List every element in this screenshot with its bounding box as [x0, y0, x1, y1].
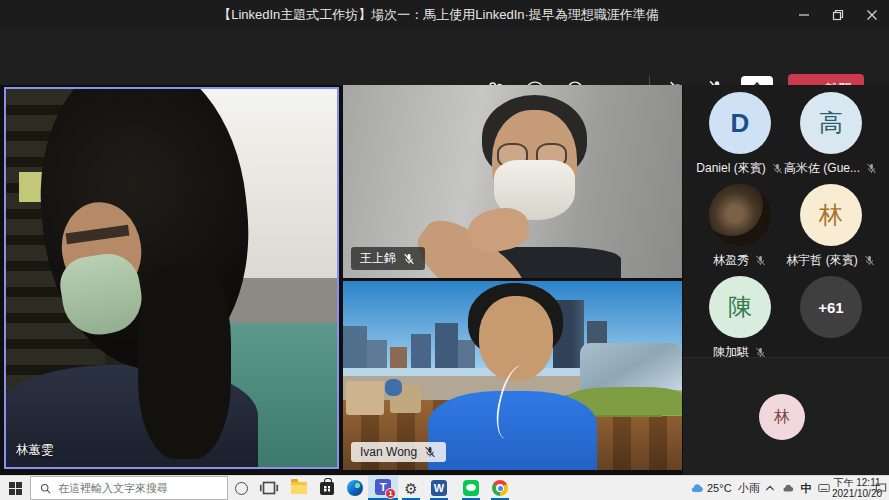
notification-bubble-icon — [874, 481, 888, 495]
participant-name-label: Ivan Wong — [360, 445, 417, 459]
action-center-button[interactable] — [872, 476, 889, 500]
close-button[interactable] — [855, 0, 889, 30]
avatar-initial: 林 — [819, 199, 843, 231]
ime-text: 中 — [801, 481, 812, 496]
minimize-icon — [798, 9, 810, 21]
roster-participant[interactable]: D Daniel (來賓) — [694, 92, 786, 177]
mic-off-icon — [754, 254, 767, 267]
mic-off-icon — [865, 162, 878, 175]
roster-participant[interactable]: 林 林宇哲 (來賓) — [785, 184, 877, 269]
chevron-up-icon — [763, 481, 777, 495]
roster-participant[interactable]: 林盈秀 — [694, 184, 786, 269]
participant-name: Daniel (來賓) — [696, 160, 765, 177]
window-controls — [787, 0, 889, 30]
avatar: 陳 — [709, 276, 771, 338]
restore-button[interactable] — [821, 0, 855, 30]
weather-temp-text: 25°C — [707, 482, 732, 494]
avatar: D — [709, 92, 771, 154]
roster-overflow[interactable]: +61 — [785, 276, 877, 338]
cortana-button[interactable] — [228, 476, 254, 500]
weather-condition[interactable]: 小雨 — [738, 476, 760, 500]
weather-widget[interactable] — [688, 476, 706, 500]
teams-button-active[interactable]: T 1 — [368, 476, 398, 500]
scene-building — [411, 334, 431, 372]
chrome-button[interactable] — [486, 476, 514, 500]
avatar: 高 — [800, 92, 862, 154]
scene-building — [367, 340, 387, 372]
scene-building — [458, 340, 475, 372]
participant-name-pill: 王上錦 — [351, 247, 425, 270]
scene-building — [343, 326, 367, 371]
participant-roster: D Daniel (來賓) 高 高米佐 (Gue... — [683, 85, 889, 475]
settings-button[interactable]: ⚙ — [398, 476, 424, 500]
taskbar-search[interactable] — [30, 476, 228, 500]
self-view-tile[interactable]: 林 — [683, 357, 889, 475]
minimize-button[interactable] — [787, 0, 821, 30]
scene-chair — [346, 381, 383, 415]
participant-name: 高米佐 (Gue... — [784, 160, 860, 177]
weather-rain-icon — [689, 480, 705, 496]
cloud-icon — [781, 481, 795, 495]
avatar-initial: 高 — [819, 107, 843, 139]
gear-icon: ⚙ — [404, 481, 417, 496]
participant-name: 林盈秀 — [713, 252, 749, 269]
video-tile-top[interactable]: 王上錦 — [343, 85, 682, 278]
teams-meeting-window: 【LinkedIn主題式工作坊】場次一：馬上使用LinkedIn·提早為理想職涯… — [0, 0, 889, 500]
restore-icon — [832, 9, 844, 21]
windows-logo-icon — [9, 482, 22, 495]
avatar-initial: 陳 — [728, 291, 752, 323]
windows-taskbar: T 1 ⚙ W 25°C 小雨 — [0, 475, 889, 500]
avatar-initial: D — [731, 108, 750, 139]
task-view-button[interactable] — [256, 476, 282, 500]
participant-name-label: 王上錦 — [360, 250, 396, 267]
participant-name-label: 林蕙雯 — [16, 442, 54, 459]
cortana-icon — [235, 482, 248, 495]
participant-name: 林宇哲 (來賓) — [786, 252, 857, 269]
folder-icon — [291, 482, 307, 494]
titlebar: 【LinkedIn主題式工作坊】場次一：馬上使用LinkedIn·提早為理想職涯… — [0, 0, 889, 30]
video-tile-active-speaker[interactable]: 林蕙雯 — [4, 87, 339, 469]
line-icon — [463, 480, 479, 496]
word-icon: W — [431, 480, 447, 496]
overflow-count-avatar: +61 — [800, 276, 862, 338]
scene-building — [435, 323, 459, 372]
person-hair-shape — [138, 263, 231, 460]
line-button[interactable] — [456, 476, 486, 500]
mic-off-icon — [863, 254, 876, 267]
overflow-count: +61 — [818, 299, 843, 316]
mic-off-icon — [771, 162, 784, 175]
touch-keyboard-button[interactable] — [816, 476, 832, 500]
self-avatar-initial: 林 — [774, 407, 790, 428]
chrome-icon — [492, 480, 508, 496]
search-input[interactable] — [58, 482, 219, 494]
mic-off-icon — [402, 252, 416, 266]
close-icon — [866, 9, 878, 21]
meeting-toolbar: --:-- 離開 — [0, 30, 889, 85]
window-title: 【LinkedIn主題式工作坊】場次一：馬上使用LinkedIn·提早為理想職涯… — [0, 6, 787, 24]
start-button[interactable] — [0, 476, 30, 500]
tray-expand-button[interactable] — [762, 476, 778, 500]
touch-keyboard-icon — [817, 481, 831, 495]
teams-icon: T 1 — [375, 479, 391, 495]
scene-seated-person — [385, 379, 402, 396]
video-tile-bottom[interactable]: Ivan Wong — [343, 281, 682, 470]
roster-participant[interactable]: 陳 陳加騏 — [694, 276, 786, 361]
weather-temp[interactable]: 25°C — [707, 476, 732, 500]
store-icon — [320, 482, 334, 495]
file-explorer-button[interactable] — [286, 476, 312, 500]
microsoft-store-button[interactable] — [314, 476, 340, 500]
self-avatar: 林 — [759, 394, 805, 440]
onedrive-tray-icon[interactable] — [780, 476, 796, 500]
task-view-icon — [258, 477, 280, 499]
ime-indicator[interactable]: 中 — [798, 476, 814, 500]
weather-condition-text: 小雨 — [738, 481, 760, 496]
edge-button[interactable] — [342, 476, 368, 500]
search-icon — [39, 482, 52, 495]
participant-name-pill: Ivan Wong — [351, 442, 446, 462]
avatar-photo — [709, 184, 771, 246]
teams-notification-badge: 1 — [385, 488, 396, 499]
avatar: 林 — [800, 184, 862, 246]
word-button[interactable]: W — [424, 476, 454, 500]
roster-participant[interactable]: 高 高米佐 (Gue... — [785, 92, 877, 177]
video-stage: 林蕙雯 王上錦 — [0, 85, 889, 475]
